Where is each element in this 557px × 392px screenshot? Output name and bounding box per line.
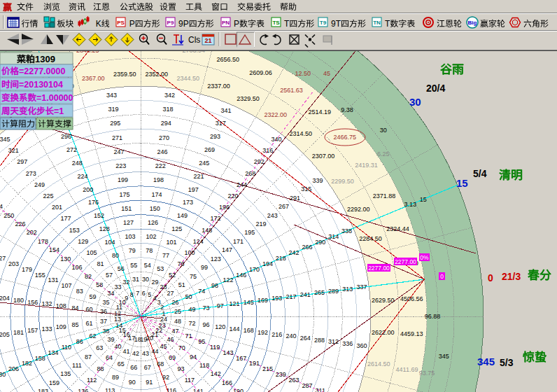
svg-text:46: 46: [167, 336, 174, 343]
svg-text:250: 250: [3, 212, 14, 219]
svg-text:292: 292: [254, 158, 265, 165]
svg-text:24: 24: [160, 316, 167, 323]
svg-text:314: 314: [328, 233, 339, 240]
svg-text:55: 55: [130, 262, 137, 269]
svg-text:159: 159: [49, 379, 59, 386]
svg-text:126: 126: [148, 219, 158, 226]
svg-text:99: 99: [201, 264, 208, 271]
svg-text:P: P: [234, 19, 239, 29]
svg-text:P9: P9: [167, 20, 174, 26]
svg-text:90: 90: [129, 379, 136, 386]
svg-text:2622.00: 2622.00: [372, 329, 395, 336]
svg-text:52: 52: [169, 272, 176, 279]
svg-text:121: 121: [229, 300, 239, 307]
svg-text:337: 337: [357, 284, 367, 290]
svg-text:247: 247: [113, 148, 124, 155]
svg-text:143: 143: [223, 349, 233, 356]
svg-text:152: 152: [94, 212, 104, 219]
svg-text:32: 32: [122, 279, 129, 286]
svg-text:30: 30: [380, 127, 387, 134]
svg-text:166: 166: [222, 379, 232, 386]
svg-text:71: 71: [185, 332, 192, 340]
svg-text:205: 205: [0, 331, 10, 338]
svg-text:TN: TN: [373, 20, 381, 26]
svg-text:216: 216: [272, 331, 282, 338]
svg-text:44: 44: [151, 348, 158, 355]
svg-text:62: 62: [90, 332, 97, 340]
svg-text:266: 266: [302, 244, 312, 251]
svg-text:0: 0: [488, 272, 493, 284]
svg-text:215: 215: [262, 365, 273, 372]
svg-text:97: 97: [217, 302, 224, 309]
svg-text:134: 134: [48, 349, 59, 356]
svg-text:93.75: 93.75: [419, 370, 435, 377]
svg-text:9P: 9P: [178, 19, 189, 29]
svg-text:108: 108: [56, 302, 66, 309]
svg-text:77: 77: [162, 252, 169, 259]
svg-text:181: 181: [13, 329, 24, 336]
svg-text:193: 193: [272, 295, 282, 302]
svg-text:2292.00: 2292.00: [347, 206, 370, 213]
svg-text:83: 83: [76, 288, 83, 295]
svg-text:316: 316: [262, 147, 273, 154]
svg-text:130: 130: [60, 255, 71, 262]
svg-text:6: 6: [142, 290, 146, 297]
svg-text:225: 225: [43, 192, 53, 200]
svg-text:30: 30: [142, 276, 149, 283]
svg-text:239: 239: [276, 371, 286, 378]
svg-text:26: 26: [171, 299, 178, 306]
svg-text:28: 28: [160, 284, 167, 290]
svg-text:204: 204: [0, 295, 10, 302]
svg-text:37: 37: [100, 318, 107, 325]
svg-text:63: 63: [96, 344, 103, 351]
svg-text:2344.50: 2344.50: [176, 75, 199, 82]
svg-text:117: 117: [185, 377, 195, 384]
svg-text:321: 321: [8, 147, 19, 154]
svg-text:218: 218: [276, 255, 286, 262]
svg-text:67: 67: [144, 364, 151, 371]
svg-text:227: 227: [0, 255, 6, 262]
svg-text:178: 178: [38, 238, 48, 245]
svg-text:59: 59: [90, 293, 97, 300]
svg-text:93: 93: [177, 365, 184, 372]
svg-text:21/3: 21/3: [502, 271, 521, 282]
svg-text:51: 51: [178, 281, 185, 288]
svg-text:70: 70: [178, 344, 185, 351]
svg-text:100: 100: [184, 249, 195, 256]
svg-text:343: 343: [106, 92, 117, 99]
svg-text:42: 42: [132, 350, 139, 357]
svg-text:91: 91: [146, 379, 153, 386]
svg-text:0%: 0%: [420, 254, 429, 261]
svg-text:60: 60: [86, 306, 93, 313]
svg-text:269: 269: [204, 146, 215, 153]
svg-text:219: 219: [255, 220, 266, 227]
svg-text:319: 319: [108, 106, 119, 113]
svg-text:2367.00: 2367.00: [82, 75, 105, 82]
svg-text:293: 293: [210, 133, 220, 140]
svg-text:105: 105: [87, 249, 97, 256]
svg-text:116: 116: [167, 387, 176, 392]
svg-text:2324.44: 2324.44: [386, 225, 409, 232]
svg-text:38: 38: [102, 328, 109, 335]
svg-text:244: 244: [237, 181, 247, 188]
svg-text:289: 289: [328, 288, 339, 295]
svg-text:342: 342: [164, 92, 175, 99]
svg-text:PS: PS: [117, 20, 125, 26]
svg-text:223: 223: [115, 162, 126, 169]
svg-text:133: 133: [41, 326, 52, 332]
svg-text:270: 270: [159, 134, 169, 141]
svg-text:25: 25: [174, 308, 181, 315]
svg-text:2359.50: 2359.50: [113, 71, 136, 78]
svg-text:95: 95: [198, 338, 205, 345]
svg-text:248: 248: [72, 160, 83, 167]
svg-text:125: 125: [171, 225, 182, 232]
svg-text:273: 273: [26, 170, 36, 177]
svg-text:87: 87: [85, 354, 92, 360]
svg-text:147: 147: [222, 246, 232, 253]
svg-text:119: 119: [210, 344, 220, 351]
svg-text:136: 136: [78, 388, 88, 392]
svg-text:82: 82: [85, 273, 92, 280]
svg-text:200: 200: [83, 186, 93, 193]
svg-text:45: 45: [323, 70, 330, 77]
svg-text:317: 317: [216, 120, 226, 127]
